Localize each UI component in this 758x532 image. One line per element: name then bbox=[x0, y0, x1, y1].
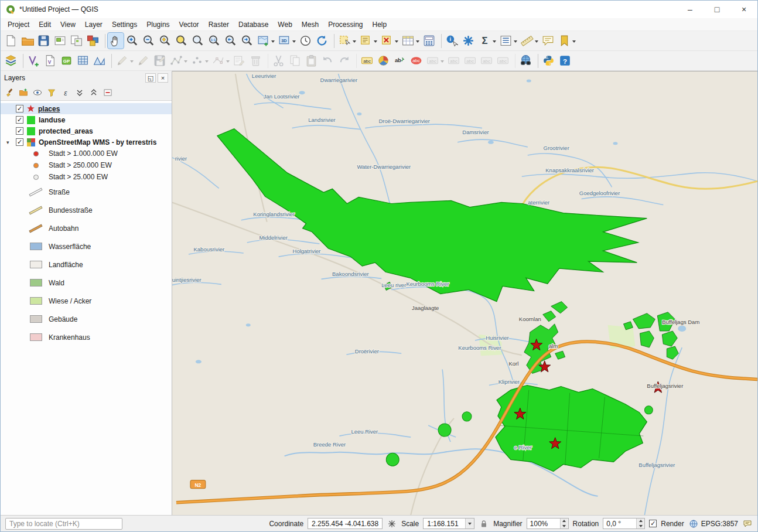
layer-visibility-checkbox[interactable] bbox=[16, 127, 23, 135]
osm-place-search[interactable] bbox=[518, 53, 534, 69]
menu-item[interactable]: Web bbox=[273, 19, 296, 30]
collapse-all[interactable] bbox=[87, 86, 100, 99]
zoom-last[interactable] bbox=[223, 33, 238, 49]
processing-toolbox[interactable] bbox=[460, 33, 476, 49]
layer-visibility-checkbox[interactable] bbox=[16, 138, 23, 146]
copy-features[interactable] bbox=[287, 53, 303, 69]
dropdown-arrow-icon[interactable] bbox=[572, 40, 576, 45]
layer-visibility-checkbox[interactable] bbox=[16, 105, 23, 112]
save-layer-edits[interactable] bbox=[152, 53, 168, 69]
filter-by-expression[interactable] bbox=[59, 86, 72, 99]
open-layer-styling[interactable] bbox=[3, 86, 16, 99]
close-panel-button[interactable]: × bbox=[158, 73, 168, 83]
dropdown-arrow-icon[interactable] bbox=[535, 40, 538, 45]
dropdown-arrow-icon[interactable] bbox=[514, 40, 517, 45]
zoom-in[interactable] bbox=[124, 33, 140, 49]
select-by-form[interactable] bbox=[358, 33, 378, 49]
titlebar[interactable]: *Untitled Project — QGIS –□× bbox=[1, 1, 757, 18]
layer-visibility-checkbox[interactable] bbox=[16, 116, 23, 124]
float-panel-button[interactable]: ◱ bbox=[145, 73, 156, 83]
help[interactable] bbox=[557, 53, 573, 69]
dropdown-arrow-icon[interactable] bbox=[353, 40, 356, 45]
magnifier-spin-buttons[interactable] bbox=[560, 519, 568, 528]
zoom-full[interactable] bbox=[157, 33, 173, 49]
menu-item[interactable]: View bbox=[56, 19, 80, 30]
identify-features[interactable] bbox=[444, 33, 460, 49]
map-canvas[interactable]: LeeurivierDwarriegarivierJan Lootsrivier… bbox=[172, 71, 757, 515]
locate-input[interactable] bbox=[5, 518, 122, 530]
magnifier-spinbox[interactable]: 100% bbox=[527, 518, 569, 529]
dropdown-arrow-icon[interactable] bbox=[493, 40, 496, 45]
minimize-button[interactable]: – bbox=[677, 1, 704, 18]
statistical-summary[interactable] bbox=[477, 33, 497, 49]
paste-features[interactable] bbox=[303, 53, 319, 69]
python-console[interactable] bbox=[541, 53, 556, 69]
add-vector-layer[interactable] bbox=[26, 53, 42, 69]
remove-layer[interactable] bbox=[101, 86, 114, 99]
crs-value[interactable]: EPSG:3857 bbox=[701, 520, 738, 528]
zoom-to-layer[interactable] bbox=[190, 33, 206, 49]
zoom-next[interactable] bbox=[239, 33, 255, 49]
dropdown-arrow-icon[interactable] bbox=[205, 60, 209, 64]
magnifier-value[interactable]: 100% bbox=[527, 520, 560, 528]
modify-attributes[interactable] bbox=[231, 53, 247, 69]
menu-item[interactable]: Mesh bbox=[297, 19, 323, 30]
new-project[interactable] bbox=[3, 33, 19, 49]
new-virtual-layer[interactable] bbox=[75, 53, 91, 69]
new-shapefile-layer[interactable] bbox=[42, 53, 58, 69]
menu-item[interactable]: Help bbox=[368, 19, 392, 30]
new-mesh-layer[interactable] bbox=[91, 53, 107, 69]
coordinate-value[interactable]: 2.255.454 -4.041.638 bbox=[308, 518, 383, 529]
layer-item[interactable]: protected_areas bbox=[1, 125, 172, 137]
zoom-to-selection[interactable] bbox=[173, 33, 189, 49]
expand-arrow-icon[interactable] bbox=[6, 139, 13, 145]
vertex-tool[interactable] bbox=[210, 53, 231, 69]
field-calculator[interactable] bbox=[421, 33, 437, 49]
maximize-button[interactable]: □ bbox=[704, 1, 730, 18]
layer-item[interactable]: places bbox=[1, 103, 172, 114]
show-layout-manager[interactable] bbox=[69, 33, 84, 49]
map-tips[interactable] bbox=[540, 33, 556, 49]
messages-icon[interactable] bbox=[742, 519, 753, 529]
cut-features[interactable] bbox=[271, 53, 286, 69]
pan-map[interactable] bbox=[108, 33, 124, 49]
move-label[interactable] bbox=[446, 53, 462, 69]
menu-item[interactable]: Vector bbox=[175, 19, 204, 30]
filter-legend[interactable] bbox=[45, 86, 58, 99]
add-point-feature[interactable] bbox=[189, 53, 210, 69]
measure[interactable] bbox=[519, 33, 540, 49]
open-data-source-manager[interactable] bbox=[3, 53, 19, 69]
layer-item[interactable]: OpenStreetMap WMS - by terrestris bbox=[1, 137, 172, 148]
menu-item[interactable]: Plugins bbox=[142, 19, 174, 30]
new-bookmark[interactable] bbox=[556, 33, 577, 49]
dropdown-arrow-icon[interactable] bbox=[441, 60, 444, 64]
layer-diagram[interactable] bbox=[375, 53, 391, 69]
show-hide-labels[interactable] bbox=[425, 53, 445, 69]
label-tool-extra[interactable] bbox=[495, 53, 511, 69]
lock-scale-icon[interactable] bbox=[479, 519, 489, 529]
style-manager[interactable] bbox=[85, 33, 101, 49]
open-attribute-table[interactable] bbox=[400, 33, 421, 49]
scale-dropdown-icon[interactable] bbox=[465, 519, 474, 528]
layer-labeling[interactable] bbox=[359, 53, 375, 69]
dropdown-arrow-icon[interactable] bbox=[395, 40, 398, 45]
select-features[interactable] bbox=[337, 33, 357, 49]
dropdown-arrow-icon[interactable] bbox=[374, 40, 377, 45]
zoom-out[interactable] bbox=[141, 33, 156, 49]
pin-labels[interactable] bbox=[392, 53, 408, 69]
change-label[interactable] bbox=[479, 53, 494, 69]
current-edits[interactable] bbox=[114, 53, 135, 69]
open-project[interactable] bbox=[19, 33, 35, 49]
close-button[interactable]: × bbox=[730, 1, 757, 18]
rotate-label[interactable] bbox=[462, 53, 478, 69]
dropdown-arrow-icon[interactable] bbox=[184, 60, 187, 64]
zoom-native[interactable] bbox=[206, 33, 222, 49]
manage-map-themes[interactable] bbox=[31, 86, 44, 99]
save-project[interactable] bbox=[36, 33, 52, 49]
dropdown-arrow-icon[interactable] bbox=[226, 60, 230, 64]
layer-tree[interactable]: places landuse protected_areas bbox=[1, 100, 172, 515]
new-map-view[interactable] bbox=[255, 33, 276, 49]
scale-combo[interactable]: 1:168.151 bbox=[423, 518, 474, 529]
dropdown-arrow-icon[interactable] bbox=[416, 40, 419, 45]
menu-item[interactable]: Raster bbox=[204, 19, 234, 30]
